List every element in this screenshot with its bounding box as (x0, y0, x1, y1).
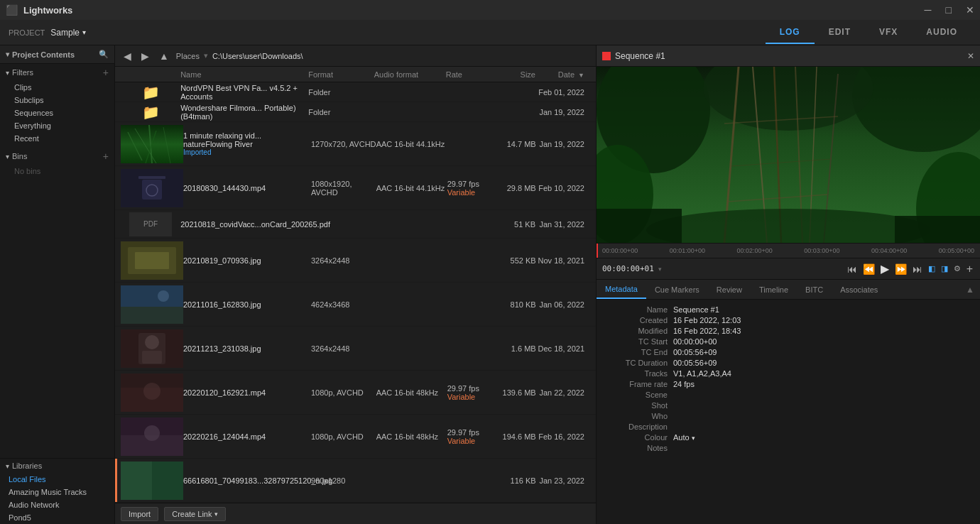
tab-timeline[interactable]: Timeline (751, 281, 797, 298)
file-date: Nov 18, 2021 (536, 256, 590, 265)
file-row[interactable]: PDF 20210818_covidVacc...onCard_200265.p… (115, 210, 596, 239)
main-layout: ▾ Project Contents 🔍 ▾ Filters + Clips S… (0, 45, 980, 524)
col-header-format[interactable]: Format (308, 70, 374, 79)
meta-val: Sequence #1 (673, 305, 974, 314)
sequence-icon (602, 52, 611, 60)
file-rate: 29.97 fps Variable (447, 180, 495, 197)
libraries-header[interactable]: ▾ Libraries (0, 459, 114, 473)
amazing-music-label: Amazing Music Tracks (9, 488, 87, 496)
library-pond5[interactable]: Pond5 (0, 511, 114, 524)
sequence-close-button[interactable]: ✕ (967, 51, 974, 61)
svg-rect-7 (142, 180, 162, 200)
meta-collapse-icon[interactable]: ▲ (966, 285, 980, 295)
filter-recent[interactable]: Recent (0, 132, 114, 145)
file-row[interactable]: 1 minute relaxing vid... natureFlowing R… (115, 122, 596, 166)
meta-row-tc-start: TC Start 00:00:00+00 (602, 337, 974, 346)
tab-edit[interactable]: EDIT (815, 21, 865, 44)
tab-log[interactable]: LOG (766, 21, 815, 44)
forward-button[interactable]: ▶ (138, 49, 152, 63)
tab-audio[interactable]: AUDIO (912, 21, 971, 44)
file-row[interactable]: 66616801_70499183...32879725120_n.jpg 96… (115, 459, 596, 503)
back-button[interactable]: ◀ (121, 49, 134, 63)
project-name[interactable]: Sample ▾ (50, 28, 86, 38)
file-row[interactable]: 📁 Wondershare Filmora... Portable) (B4tm… (115, 102, 596, 122)
project-dropdown-icon[interactable]: ▾ (82, 28, 86, 36)
search-icon[interactable]: 🔍 (99, 50, 109, 59)
tab-review[interactable]: Review (708, 281, 751, 298)
filter-everything[interactable]: Everything (0, 119, 114, 132)
places-label[interactable]: Places (176, 52, 200, 60)
thumbnail-area (121, 285, 183, 324)
minimize-button[interactable]: ─ (925, 4, 932, 16)
tab-bitc[interactable]: BITC (797, 281, 832, 298)
tab-associates[interactable]: Associates (832, 281, 886, 298)
col-header-name[interactable]: Name (180, 70, 308, 79)
center-panel: ◀ ▶ ▲ Places ▾ C:\Users\user\Downloads\ … (115, 45, 597, 524)
tab-metadata[interactable]: Metadata (597, 280, 646, 299)
col-header-date[interactable]: Date ▼ (535, 70, 590, 79)
library-local-files[interactable]: Local Files (0, 473, 114, 486)
app-name: Lightworks (23, 5, 72, 16)
goto-start-button[interactable]: ⏮ (846, 262, 859, 276)
timecode-dropdown-icon[interactable]: ▾ (658, 266, 662, 273)
add-button[interactable]: + (965, 261, 974, 277)
filters-collapse-icon: ▾ (6, 69, 9, 77)
tab-vfx[interactable]: VFX (865, 21, 912, 44)
filter-clips[interactable]: Clips (0, 81, 114, 94)
filters-section[interactable]: ▾ Filters + (0, 64, 114, 81)
meta-row-tc-end: TC End 00:05:56+09 (602, 348, 974, 356)
svg-rect-28 (121, 462, 152, 500)
up-button[interactable]: ▲ (156, 49, 172, 63)
browser-toolbar: ◀ ▶ ▲ Places ▾ C:\Users\user\Downloads\ (115, 45, 596, 67)
top-navigation: PROJECT Sample ▾ LOG EDIT VFX AUDIO (0, 20, 980, 45)
folder-icon: 📁 (142, 84, 160, 101)
create-link-dropdown-icon[interactable]: ▾ (214, 511, 218, 518)
playhead (597, 244, 598, 258)
mark-out-button[interactable]: ◨ (940, 263, 949, 275)
file-row[interactable]: 20220120_162921.mp4 1080p, AVCHD AAC 16-… (115, 371, 596, 415)
file-row[interactable]: 20180830_144430.mp4 1080x1920, AVCHD AAC… (115, 166, 596, 210)
col-header-rate[interactable]: Rate (446, 70, 494, 79)
step-back-button[interactable]: ⏪ (861, 262, 876, 276)
meta-val[interactable]: Auto ▾ (673, 433, 974, 442)
library-audio-network[interactable]: Audio Network (0, 498, 114, 511)
thumbnail-area (121, 417, 183, 456)
create-link-button[interactable]: Create Link ▾ (164, 507, 226, 521)
close-button[interactable]: ✕ (966, 4, 974, 16)
filter-sequences[interactable]: Sequences (0, 107, 114, 119)
colour-dropdown-icon[interactable]: ▾ (692, 435, 695, 442)
library-amazing-music[interactable]: Amazing Music Tracks (0, 486, 114, 498)
file-size: 194.6 MB (494, 432, 535, 441)
col-header-size[interactable]: Size (494, 70, 535, 79)
image-thumbnail (121, 285, 183, 324)
file-row[interactable]: 20211016_162830.jpg 4624x3468 810 KB Jan… (115, 283, 596, 327)
col-header-audio[interactable]: Audio format (374, 70, 446, 79)
tab-cue-markers[interactable]: Cue Markers (646, 281, 708, 298)
maximize-button[interactable]: □ (946, 4, 952, 16)
meta-key: Frame rate (602, 380, 673, 388)
settings-button[interactable]: ⚙ (952, 263, 962, 275)
file-name: 20220216_124044.mp4 (183, 432, 311, 441)
mark-in-button[interactable]: ◧ (927, 263, 937, 275)
svg-point-26 (144, 425, 160, 441)
file-row[interactable]: 20220216_124044.mp4 1080p, AVCHD AAC 16-… (115, 415, 596, 459)
filter-subclips[interactable]: Subclips (0, 94, 114, 107)
bins-add-icon[interactable]: + (103, 151, 109, 162)
folder-icon: 📁 (142, 104, 160, 121)
file-date: Feb 16, 2022 (536, 432, 590, 441)
import-button[interactable]: Import (121, 507, 158, 521)
project-contents-collapse-icon[interactable]: ▾ (6, 50, 9, 58)
thumbnail-area (121, 125, 183, 163)
filters-add-icon[interactable]: + (103, 67, 109, 78)
meta-row-shot: Shot (602, 401, 974, 410)
bins-section[interactable]: ▾ Bins + (0, 148, 114, 165)
file-row[interactable]: 📁 NordVPN Best VPN Fa... v4.5.2 + Accoun… (115, 82, 596, 102)
step-forward-button[interactable]: ⏩ (893, 262, 908, 276)
window-controls[interactable]: ─ □ ✕ (925, 4, 974, 16)
file-row[interactable]: 20210819_070936.jpg 3264x2448 552 KB Nov… (115, 239, 596, 283)
goto-end-button[interactable]: ⏭ (911, 262, 924, 276)
play-button[interactable]: ▶ (879, 261, 891, 277)
meta-val: 16 Feb 2022, 18:43 (673, 327, 974, 335)
file-row[interactable]: 20211213_231038.jpg 3264x2448 1.6 MB Dec… (115, 327, 596, 371)
meta-val: 00:05:56+09 (673, 348, 974, 356)
